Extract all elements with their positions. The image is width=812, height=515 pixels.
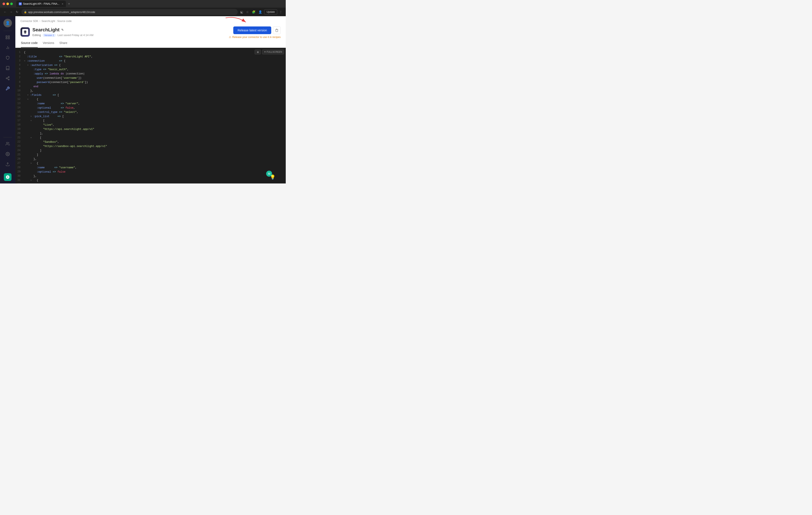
svg-point-8	[6, 78, 7, 79]
svg-point-12	[6, 142, 8, 144]
sidebar-item-export[interactable]	[3, 160, 12, 169]
edit-icon[interactable]: ✎	[61, 28, 64, 32]
workato-logo[interactable]	[4, 173, 11, 181]
user-avatar[interactable]: 👤	[3, 19, 12, 27]
code-content[interactable]: 1{ 2 :title => "SearchLight API", 3▾ :co…	[16, 48, 286, 184]
svg-point-7	[8, 77, 9, 78]
release-warning-text: Release your connector to use it in reci…	[232, 36, 281, 38]
bookmark-icon[interactable]: ☆	[245, 9, 250, 15]
code-line: 30 },	[16, 174, 286, 178]
editing-label: Editing	[32, 33, 41, 37]
browser-actions: ⬕ ☆ 🧩 👤 Update ⋮	[239, 9, 283, 15]
minimize-button[interactable]	[6, 3, 9, 5]
code-line: 2 :title => "SearchLight API",	[16, 55, 286, 59]
sidebar-item-tools[interactable]	[3, 84, 12, 93]
tab-title: SearchLight API - FINAL FINA...	[23, 2, 59, 5]
code-line: 24 ]	[16, 148, 286, 153]
address-field[interactable]: 🔒 app.preview.workato.com/custom_adapter…	[21, 9, 238, 15]
code-line: 17 ▾ [	[16, 118, 286, 123]
forward-button[interactable]: →	[8, 9, 13, 15]
active-tab[interactable]: W SearchLight API - FINAL FINA... ✕	[16, 1, 66, 7]
breadcrumb-separator: >	[39, 20, 40, 23]
profile-icon[interactable]: 👤	[258, 9, 263, 15]
app-name: SearchLight ✎	[32, 27, 93, 33]
code-line: 25 ]	[16, 153, 286, 157]
refresh-button[interactable]: ↻	[14, 9, 20, 15]
notification-area: 💡 32	[270, 174, 276, 180]
new-tab-button[interactable]: +	[67, 2, 71, 6]
code-line: 3▾ :connection => {	[16, 59, 286, 63]
svg-point-13	[7, 154, 8, 155]
code-line: 16 ▾ :pick_list => [	[16, 114, 286, 118]
code-line: 23 "https://sandbox-api.searchlight.app/…	[16, 144, 286, 148]
content-tabs: Source code Versions Share	[21, 41, 281, 48]
code-editor-container: 🖥 ✦ FULLSCREEN 1{ 2 :title => "SearchLig…	[16, 48, 286, 184]
code-line: 15 :control_type => "select",	[16, 110, 286, 114]
header-actions: Release latest version ⚠ Release your co…	[229, 25, 281, 38]
code-line: 10 },	[16, 89, 286, 93]
code-line: 9 end	[16, 84, 286, 89]
sidebar-divider-top	[3, 31, 12, 31]
code-line: 13 :name => "server",	[16, 102, 286, 106]
svg-rect-0	[6, 36, 7, 37]
release-latest-button[interactable]: Release latest version	[233, 26, 271, 34]
app-icon	[21, 27, 30, 37]
app-title-row: SearchLight ✎ Editing Version 1 Last sav…	[21, 25, 281, 38]
code-line: 31 ▾ {	[16, 178, 286, 183]
version-badge[interactable]: Version 1	[42, 33, 56, 37]
code-line: 22 "Sandbox",	[16, 140, 286, 144]
code-line: 8 password(connection['password'])	[16, 80, 286, 84]
breadcrumb: Connector SDK > SearchLight : Source cod…	[21, 20, 281, 23]
tab-favicon: W	[19, 2, 22, 5]
code-line: 12 ▾ {	[16, 97, 286, 102]
delete-button[interactable]	[273, 26, 281, 34]
nav-buttons: ← → ↻	[3, 9, 20, 15]
notification-badge[interactable]: 32	[266, 171, 272, 177]
warning-icon: ⚠	[229, 35, 231, 38]
code-line: 1{	[16, 50, 286, 55]
app-layout: 👤	[0, 16, 286, 184]
app-meta: Editing Version 1 Last saved Friday at 4…	[32, 33, 93, 37]
code-line: 21 ▾ [	[16, 136, 286, 140]
tab-share[interactable]: Share	[59, 41, 67, 48]
sidebar-item-security[interactable]	[3, 53, 12, 62]
code-line: 14 :optional => false,	[16, 106, 286, 110]
svg-rect-3	[8, 38, 9, 39]
svg-line-11	[7, 77, 8, 78]
sidebar-item-team[interactable]	[3, 139, 12, 148]
sidebar-item-docs[interactable]	[3, 63, 12, 73]
last-saved-text: Last saved Friday at 4:14 AM	[58, 33, 93, 37]
close-button[interactable]	[3, 3, 5, 5]
sidebar-item-share[interactable]	[3, 74, 12, 83]
code-line: 7 user(connection['username'])	[16, 76, 286, 80]
cast-icon[interactable]: ⬕	[239, 9, 244, 15]
code-line: 26 },	[16, 157, 286, 161]
code-line: 27 ▾ {	[16, 161, 286, 166]
fullscreen-button[interactable]: ✦ FULLSCREEN	[262, 50, 284, 54]
sidebar-item-dashboard[interactable]	[3, 43, 12, 52]
tab-source-code[interactable]: Source code	[21, 41, 38, 48]
sidebar-item-settings[interactable]	[3, 150, 12, 159]
sidebar-item-connectors[interactable]	[3, 33, 12, 42]
url-text: app.preview.workato.com/custom_adapters/…	[28, 10, 95, 13]
traffic-lights	[3, 3, 13, 5]
code-line: 4 ▾ :authorization => {	[16, 63, 286, 67]
extensions-icon[interactable]: 🧩	[251, 9, 256, 15]
code-line: 5 :type => "basic_auth",	[16, 67, 286, 72]
update-button[interactable]: Update	[264, 9, 277, 15]
release-warning: ⚠ Release your connector to use it in re…	[229, 35, 281, 38]
code-line: 32 :name => "password",	[16, 183, 286, 184]
address-bar: ← → ↻ 🔒 app.preview.workato.com/custom_a…	[0, 8, 286, 16]
code-line: 18 "Live",	[16, 123, 286, 127]
svg-rect-1	[8, 36, 9, 37]
back-button[interactable]: ←	[3, 9, 8, 15]
monitor-button[interactable]: 🖥	[255, 50, 261, 54]
tab-versions[interactable]: Versions	[43, 41, 54, 48]
tab-bar: W SearchLight API - FINAL FINA... ✕ +	[16, 1, 71, 7]
tab-close-icon[interactable]: ✕	[62, 3, 63, 5]
sidebar: 👤	[0, 16, 16, 184]
maximize-button[interactable]	[10, 3, 13, 5]
breadcrumb-part1[interactable]: Connector SDK	[21, 20, 38, 23]
menu-icon[interactable]: ⋮	[279, 9, 283, 15]
breadcrumb-part2: SearchLight : Source code	[41, 20, 71, 23]
